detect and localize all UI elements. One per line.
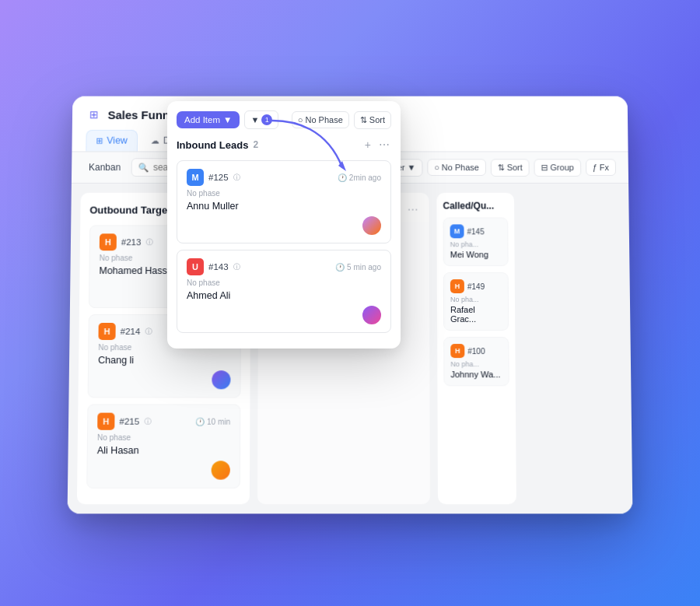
popup-filter-icon: ▼	[250, 115, 259, 124]
clock-icon: 🕐	[335, 263, 345, 271]
card-149[interactable]: H #149 No pha... Rafael Grac...	[443, 272, 509, 331]
popup-more-button[interactable]: ⋯	[377, 137, 391, 152]
clock-icon: 🕐	[338, 173, 347, 182]
popup-dropdown-icon: ▼	[223, 115, 232, 124]
sort-icon: ⇅	[498, 163, 505, 173]
group-button[interactable]: ⊟ Group	[534, 159, 581, 177]
info-icon: ⓘ	[145, 237, 152, 247]
drive-icon: ☁	[151, 135, 159, 145]
avatar-annu	[362, 216, 381, 235]
kanban-view-button[interactable]: Kanban	[84, 159, 125, 176]
popup-add-button[interactable]: +	[363, 137, 373, 152]
card-215[interactable]: H #215 ⓘ 🕐 10 min No phase Ali Hasan	[86, 405, 240, 489]
info-icon: ⓘ	[144, 416, 151, 426]
popup-card-143[interactable]: U #143 ⓘ 🕐 5 min ago No phase Ahmed Ali	[177, 250, 391, 333]
popup-col-header: Inbound Leads 2 + ⋯	[177, 137, 391, 152]
app-icon: ⊞	[86, 107, 102, 122]
clock-icon: 🕐	[195, 417, 205, 426]
avatar-ahmed	[362, 306, 381, 324]
phase-icon: ○	[434, 163, 439, 172]
col-title-called: Called/Qu...	[443, 201, 508, 212]
popup-card-125[interactable]: M #125 ⓘ 🕐 2min ago No phase Annu Muller	[177, 160, 391, 243]
group-icon: ⊟	[541, 163, 548, 173]
avatar-badge-h2: H	[450, 279, 464, 293]
view-icon: ⊞	[96, 135, 103, 145]
avatar	[212, 370, 230, 389]
avatar-badge-u-popup: U	[187, 258, 204, 275]
sort-button[interactable]: ⇅ Sort	[491, 159, 530, 177]
avatar-badge-h3: H	[450, 344, 464, 358]
col-more-button[interactable]: ⋯	[406, 202, 420, 218]
filter-chevron-icon: ▼	[408, 163, 416, 172]
avatar-badge-m: M	[450, 224, 464, 238]
popup-filter-button[interactable]: ▼ 1	[244, 110, 278, 129]
popup-panel: Add Item ▼ ▼ 1 ○ No Phase ⇅ Sort Inbound…	[167, 101, 401, 349]
popup-phase-icon: ○	[298, 115, 303, 124]
popup-sort-icon: ⇅	[360, 115, 367, 125]
info-icon: ⓘ	[233, 262, 240, 272]
avatar-badge-h: H	[97, 413, 114, 430]
avatar	[212, 461, 230, 479]
popup-no-phase-button[interactable]: ○ No Phase	[292, 111, 349, 128]
avatar-badge-h: H	[100, 233, 117, 250]
info-icon: ⓘ	[233, 173, 240, 183]
popup-toolbar: Add Item ▼ ▼ 1 ○ No Phase ⇅ Sort	[177, 110, 391, 129]
fx-icon: ƒ	[593, 163, 597, 172]
avatar-badge-m-popup: M	[187, 169, 204, 186]
fx-button[interactable]: ƒ Fx	[586, 159, 616, 176]
column-called: Called/Qu... M #145 No pha... Mei Wong H…	[436, 193, 516, 504]
popup-add-item-button[interactable]: Add Item ▼	[177, 111, 240, 128]
card-100[interactable]: H #100 No pha... Johnny Wa...	[443, 337, 509, 386]
card-145[interactable]: M #145 No pha... Mei Wong	[443, 217, 509, 266]
tab-view[interactable]: ⊞ View	[86, 130, 138, 152]
avatar-badge-h: H	[98, 323, 115, 340]
no-phase-button[interactable]: ○ No Phase	[427, 159, 486, 176]
info-icon: ⓘ	[145, 327, 152, 337]
popup-sort-button[interactable]: ⇅ Sort	[354, 111, 391, 129]
search-icon: 🔍	[138, 163, 149, 173]
